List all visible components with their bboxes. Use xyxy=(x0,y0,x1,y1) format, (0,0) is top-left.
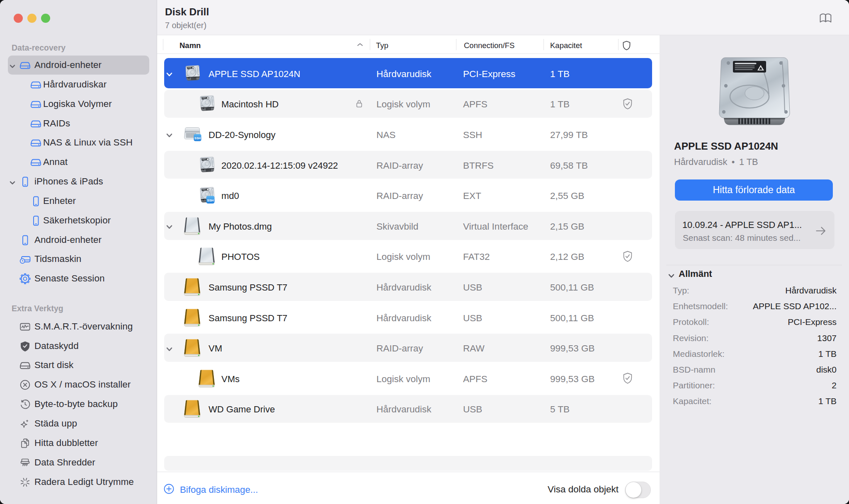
svg-text:SSH: SSH xyxy=(207,199,213,202)
svg-text:SSH: SSH xyxy=(194,136,201,140)
